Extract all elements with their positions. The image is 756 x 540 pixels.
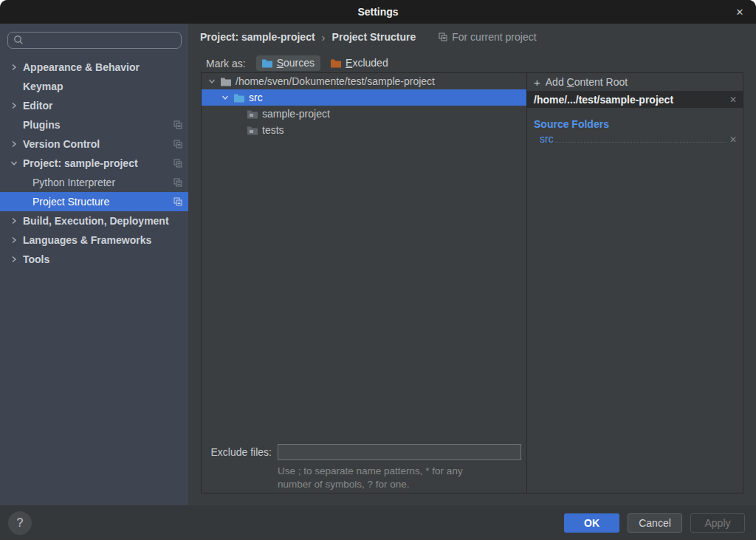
sidebar-item-label: Project Structure <box>32 196 109 208</box>
chevron-right-icon <box>10 217 23 225</box>
source-folder-link[interactable]: src <box>540 133 554 145</box>
source-folder-icon <box>261 58 273 68</box>
tree-row-label: tests <box>262 124 284 136</box>
structure-panels: /home/sven/Dokumente/test/sample-project… <box>201 72 743 493</box>
help-button[interactable]: ? <box>8 511 32 535</box>
search-box <box>7 32 182 49</box>
sidebar-item-label: Editor <box>23 100 52 112</box>
chevron-down-icon <box>207 78 216 85</box>
settings-sidebar: Appearance & Behavior Keymap Editor Plug… <box>0 24 188 505</box>
scope-label: For current project <box>452 31 536 43</box>
mark-as-excluded-button[interactable]: Excluded <box>325 55 394 71</box>
tree-row-label: /home/sven/Dokumente/test/sample-project <box>236 75 435 87</box>
folder-icon <box>247 109 258 119</box>
exclude-files-section: Exclude files: Use ; to separate name pa… <box>202 444 526 491</box>
settings-dialog: Settings ✕ Appearance & Behavior Keymap … <box>0 0 756 540</box>
content-root-path: /home/.../test/sample-project <box>534 94 729 106</box>
per-project-icon <box>439 33 447 41</box>
tree-row-label: sample-project <box>262 108 330 120</box>
title-bar: Settings ✕ <box>0 0 756 24</box>
chevron-right-icon <box>10 102 23 109</box>
remove-source-folder-icon[interactable]: ✕ <box>729 134 737 145</box>
apply-button[interactable]: Apply <box>690 513 745 533</box>
content-root-row[interactable]: /home/.../test/sample-project ✕ <box>527 91 743 108</box>
chevron-down-icon <box>10 160 23 167</box>
chevron-right-icon <box>10 140 23 148</box>
sidebar-item-label: Plugins <box>23 119 61 131</box>
tree-row-sample-project[interactable]: sample-project <box>202 106 526 122</box>
dialog-footer: ? OK Cancel Apply <box>0 505 756 540</box>
content-roots-panel: + Add Content Root /home/.../test/sample… <box>527 73 743 493</box>
remove-content-root-icon[interactable]: ✕ <box>729 95 737 105</box>
per-project-icon <box>173 178 182 187</box>
ok-button[interactable]: OK <box>564 513 619 533</box>
sidebar-item-build-execution-deployment[interactable]: Build, Execution, Deployment <box>0 211 188 230</box>
sidebar-item-label: Keymap <box>23 81 63 92</box>
tree-row-src[interactable]: src <box>202 89 526 106</box>
tree-row-tests[interactable]: tests <box>202 122 526 138</box>
breadcrumb-separator-icon: › <box>322 31 326 44</box>
sidebar-item-plugins[interactable]: Plugins <box>0 115 188 134</box>
sidebar-item-label: Appearance & Behavior <box>23 61 140 73</box>
sidebar-item-label: Languages & Frameworks <box>23 234 151 246</box>
breadcrumb-project[interactable]: Project: sample-project <box>200 31 315 43</box>
per-project-icon <box>173 159 182 168</box>
directory-tree: /home/sven/Dokumente/test/sample-project… <box>202 73 527 493</box>
sidebar-item-project-sample-project[interactable]: Project: sample-project <box>0 154 188 173</box>
source-folder-icon <box>233 93 245 103</box>
breadcrumb: Project: sample-project › Project Struct… <box>200 30 744 44</box>
chevron-right-icon <box>10 236 23 244</box>
mark-as-excluded-label: Excluded <box>346 57 388 69</box>
sidebar-item-editor[interactable]: Editor <box>0 96 188 115</box>
sidebar-item-tools[interactable]: Tools <box>0 250 188 269</box>
add-content-root-label: Add Content Root <box>546 76 628 88</box>
sidebar-item-languages-frameworks[interactable]: Languages & Frameworks <box>0 230 188 250</box>
add-content-root-button[interactable]: + Add Content Root <box>527 73 743 91</box>
hint-line-1: Use ; to separate name patterns, * for a… <box>278 465 526 478</box>
mark-as-sources-button[interactable]: Sources <box>256 55 320 71</box>
hint-line-2: number of symbols, ? for one. <box>278 478 526 491</box>
cancel-button[interactable]: Cancel <box>628 513 682 533</box>
dotted-leader <box>555 142 726 143</box>
per-project-icon <box>173 120 182 129</box>
sidebar-item-label: Project: sample-project <box>23 157 138 169</box>
tree-row-label: src <box>249 92 263 103</box>
sidebar-item-version-control[interactable]: Version Control <box>0 134 188 154</box>
exclude-files-label: Exclude files: <box>202 446 272 458</box>
mark-as-toolbar: Mark as: Sources Excluded <box>206 55 394 71</box>
source-folders-title: Source Folders <box>534 117 743 131</box>
per-project-icon <box>173 140 182 148</box>
sidebar-item-label: Build, Execution, Deployment <box>23 215 169 227</box>
search-input[interactable] <box>7 32 182 49</box>
mark-as-label: Mark as: <box>206 58 246 69</box>
dialog-title: Settings <box>357 6 398 18</box>
excluded-folder-icon <box>330 58 342 68</box>
breadcrumb-page: Project Structure <box>332 31 416 43</box>
sidebar-item-appearance-behavior[interactable]: Appearance & Behavior <box>0 58 188 77</box>
chevron-right-icon <box>10 64 23 71</box>
exclude-files-input[interactable] <box>278 444 521 460</box>
scope-indicator: For current project <box>439 31 536 43</box>
search-icon <box>13 35 24 45</box>
exclude-files-hint: Use ; to separate name patterns, * for a… <box>278 465 526 491</box>
sidebar-item-keymap[interactable]: Keymap <box>0 77 188 96</box>
tree-row-content-root[interactable]: /home/sven/Dokumente/test/sample-project <box>202 73 526 89</box>
plus-icon: + <box>534 76 540 89</box>
chevron-down-icon <box>221 94 230 101</box>
sidebar-item-python-interpreter[interactable]: Python Interpreter <box>0 173 188 192</box>
mark-as-sources-label: Sources <box>277 57 315 69</box>
sidebar-item-label: Python Interpreter <box>32 177 115 188</box>
folder-icon <box>220 77 232 86</box>
folder-icon <box>247 126 258 135</box>
chevron-right-icon <box>10 256 23 263</box>
sidebar-item-label: Version Control <box>23 138 100 150</box>
sidebar-item-label: Tools <box>23 253 49 265</box>
source-folder-row[interactable]: src ✕ <box>527 131 743 148</box>
close-icon[interactable]: ✕ <box>731 0 749 24</box>
sidebar-item-project-structure[interactable]: Project Structure <box>0 192 188 211</box>
settings-content: Project: sample-project › Project Struct… <box>188 24 756 505</box>
per-project-icon <box>173 197 182 206</box>
